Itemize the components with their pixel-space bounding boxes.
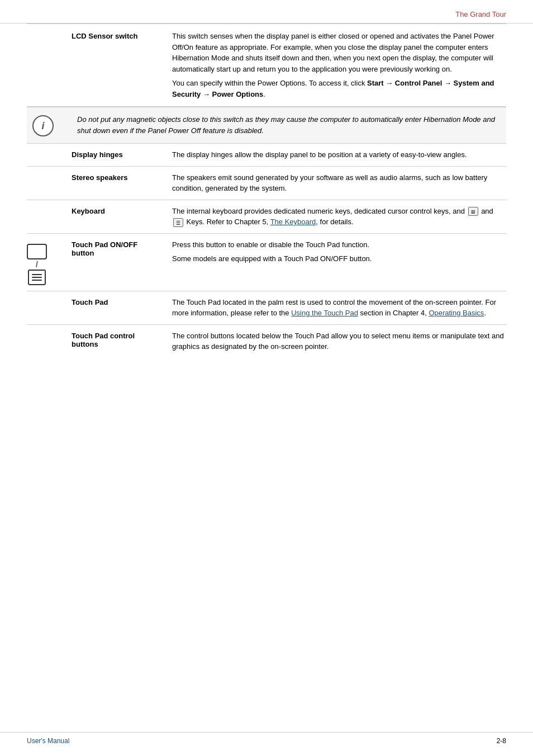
- lcd-desc2-prefix: You can specify within the Power Options…: [172, 79, 367, 87]
- lcd-desc1: This switch senses when the display pane…: [172, 31, 506, 74]
- touchpad-icon-cell: /: [27, 239, 72, 285]
- touchpad-def: The Touch Pad located in the palm rest i…: [172, 297, 506, 319]
- header-title: The Grand Tour: [455, 10, 506, 18]
- info-icon-letter: i: [41, 120, 44, 132]
- tp-line2: [32, 277, 42, 278]
- lcd-def: This switch senses when the display pane…: [172, 31, 506, 100]
- footer-left: User's Manual: [27, 737, 69, 745]
- lcd-term: LCD Sensor switch: [72, 31, 172, 40]
- touchpad-onoff-term: Touch Pad ON/OFF button: [72, 239, 172, 257]
- touchpad-control-term-line2: buttons: [72, 340, 98, 348]
- touchpad-control-def: The control buttons located below the To…: [172, 330, 506, 352]
- page-footer: User's Manual 2-8: [0, 732, 533, 745]
- touchpad-link2: Operating Basics: [429, 309, 484, 317]
- touchpad-link1: Using the Touch Pad: [291, 309, 358, 317]
- keyboard-desc-prefix: The internal keyboard provides dedicated…: [172, 207, 467, 215]
- touchpad-onoff-desc2: Some models are equipped with a Touch Pa…: [172, 253, 506, 264]
- content-area: LCD Sensor switch This switch senses whe…: [0, 23, 533, 358]
- info-icon-circle: i: [32, 115, 54, 136]
- tp-divider-icon: /: [36, 261, 38, 268]
- stereo-speakers-row: Stereo speakers The speakers emit sound …: [27, 167, 506, 200]
- keyboard-link: The Keyboard: [270, 218, 316, 226]
- keyboard-desc-suffix-prefix: Keys. Refer to Chapter 5,: [184, 218, 270, 226]
- keyboard-def: The internal keyboard provides dedicated…: [172, 206, 506, 228]
- tp-circle-icon: [28, 270, 46, 285]
- touchpad-onoff-desc1: Press this button to enable or disable t…: [172, 239, 506, 251]
- touchpad-control-row: Touch Pad control buttons The control bu…: [27, 325, 506, 358]
- keyboard-term: Keyboard: [72, 206, 172, 215]
- footer-right: 2-8: [497, 737, 506, 745]
- page-container: The Grand Tour LCD Sensor switch This sw…: [0, 0, 533, 756]
- touchpad-desc-mid: section in Chapter 4,: [358, 309, 429, 317]
- stereo-speakers-term: Stereo speakers: [72, 172, 172, 182]
- touchpad-control-term: Touch Pad control buttons: [72, 330, 172, 348]
- tp-rect-icon: [27, 244, 47, 259]
- tp-line3: [32, 280, 42, 281]
- touchpad-onoff-row: / Touch Pad ON/OFF button Press this but…: [27, 234, 506, 291]
- touchpad-onoff-term-line1: Touch Pad ON/OFF: [72, 240, 137, 249]
- touchpad-onoff-icon: /: [27, 244, 47, 285]
- display-hinges-def: The display hinges allow the display pan…: [172, 149, 506, 160]
- lcd-sensor-row: LCD Sensor switch This switch senses whe…: [27, 23, 506, 107]
- touchpad-onoff-def: Press this button to enable or disable t…: [172, 239, 506, 264]
- keyboard-desc-suffix: , for details.: [316, 218, 353, 226]
- lcd-desc2-suffix: .: [263, 90, 265, 98]
- display-hinges-term: Display hinges: [72, 149, 172, 159]
- touchpad-onoff-term-line2: button: [72, 249, 94, 257]
- windows-key-icon: ⊞: [468, 207, 478, 216]
- touchpad-control-term-line1: Touch Pad control: [72, 332, 135, 340]
- stereo-speakers-def: The speakers emit sound generated by you…: [172, 172, 506, 194]
- info-box: i Do not put any magnetic objects close …: [27, 107, 506, 144]
- page-header: The Grand Tour: [0, 0, 533, 23]
- keyboard-row: Keyboard The internal keyboard provides …: [27, 200, 506, 234]
- info-box-text: Do not put any magnetic objects close to…: [77, 114, 501, 136]
- tp-line1: [32, 274, 42, 275]
- info-icon-cell: i: [32, 114, 77, 136]
- touchpad-desc-suffix: .: [484, 309, 486, 317]
- touchpad-row: Touch Pad The Touch Pad located in the p…: [27, 291, 506, 325]
- lcd-desc2: You can specify within the Power Options…: [172, 78, 506, 100]
- display-hinges-row: Display hinges The display hinges allow …: [27, 144, 506, 167]
- menu-key-icon: ☰: [173, 218, 183, 227]
- touchpad-term: Touch Pad: [72, 297, 172, 306]
